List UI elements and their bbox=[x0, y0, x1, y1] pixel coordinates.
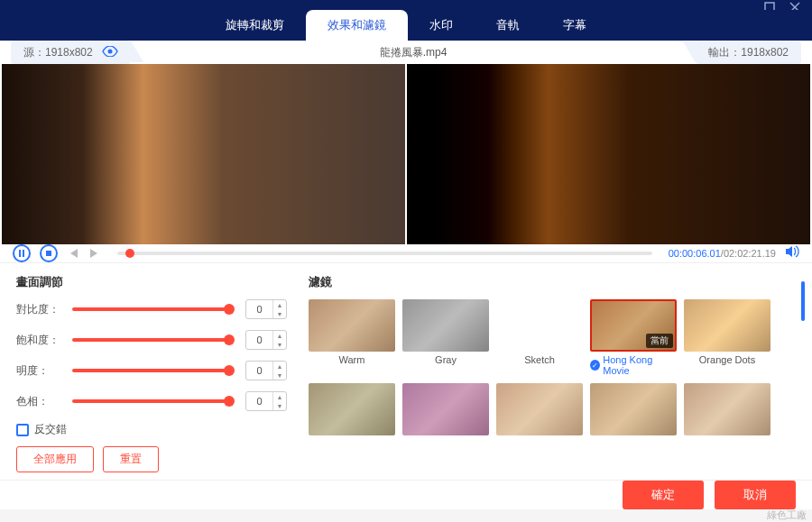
tab-2[interactable]: 水印 bbox=[408, 10, 475, 41]
filter-item-1[interactable]: Gray bbox=[402, 299, 489, 376]
preview-row bbox=[0, 64, 812, 244]
spin-down-icon[interactable]: ▼ bbox=[273, 371, 286, 380]
adjust-slider[interactable] bbox=[72, 399, 229, 403]
tab-bar: 旋轉和裁剪效果和濾鏡水印音軌字幕 bbox=[0, 10, 812, 41]
spin-up-icon[interactable]: ▲ bbox=[273, 362, 286, 371]
filter-thumb bbox=[590, 383, 677, 435]
adjust-row-1: 飽和度：0▲▼ bbox=[16, 330, 287, 350]
filter-item-4[interactable]: Orange Dots bbox=[684, 299, 770, 376]
filters-title: 濾鏡 bbox=[309, 274, 796, 290]
slider-thumb[interactable] bbox=[224, 304, 235, 315]
playback-controls: 00:00:06.01/02:02:21.19 bbox=[0, 244, 812, 263]
adjust-panel: 畫面調節 對比度：0▲▼飽和度：0▲▼明度：0▲▼色相：0▲▼ 反交錯 全部應用… bbox=[16, 274, 287, 472]
svg-point-3 bbox=[107, 50, 112, 54]
svg-rect-5 bbox=[23, 250, 24, 257]
adjust-row-2: 明度：0▲▼ bbox=[16, 361, 287, 380]
current-badge: 當前 bbox=[646, 334, 673, 348]
filter-label: Sketch bbox=[524, 354, 555, 365]
preview-toggle-icon[interactable] bbox=[102, 44, 118, 60]
adjust-slider[interactable] bbox=[72, 338, 229, 342]
info-bar: 源：1918x802 龍捲風暴.mp4 輸出：1918x802 bbox=[0, 41, 812, 64]
deinterlace-label: 反交錯 bbox=[34, 422, 67, 437]
adjust-value-input[interactable]: 0▲▼ bbox=[245, 330, 287, 350]
adjust-value-input[interactable]: 0▲▼ bbox=[245, 391, 287, 411]
spin-up-icon[interactable]: ▲ bbox=[273, 331, 286, 340]
filter-thumb bbox=[309, 383, 395, 435]
filter-item-2[interactable]: Sketch bbox=[496, 299, 583, 376]
time-display: 00:00:06.01/02:02:21.19 bbox=[669, 248, 776, 259]
filter-scrollbar[interactable] bbox=[801, 281, 805, 321]
tab-0[interactable]: 旋轉和裁剪 bbox=[204, 10, 306, 41]
filter-thumb: 當前 bbox=[590, 299, 677, 352]
ok-button[interactable]: 確定 bbox=[623, 481, 704, 509]
cancel-button[interactable]: 取消 bbox=[715, 481, 796, 509]
filter-item-5[interactable] bbox=[309, 383, 395, 438]
filter-thumb bbox=[496, 299, 583, 352]
footer: 確定 取消 bbox=[0, 480, 812, 509]
timeline-thumb[interactable] bbox=[125, 249, 134, 258]
preview-original bbox=[2, 64, 405, 244]
spin-up-icon[interactable]: ▲ bbox=[273, 300, 286, 309]
reset-button[interactable]: 重置 bbox=[103, 446, 159, 472]
apply-all-button[interactable]: 全部應用 bbox=[16, 446, 94, 472]
filter-thumb bbox=[684, 383, 770, 435]
adjust-value-input[interactable]: 0▲▼ bbox=[245, 361, 287, 380]
next-frame-button[interactable] bbox=[88, 248, 101, 259]
preview-filtered bbox=[407, 64, 810, 244]
filter-thumb bbox=[402, 383, 489, 435]
filter-thumb bbox=[402, 299, 489, 352]
output-resolution: 輸出：1918x802 bbox=[696, 41, 801, 64]
spin-down-icon[interactable]: ▼ bbox=[273, 309, 286, 318]
source-resolution: 源：1918x802 bbox=[11, 41, 131, 64]
deinterlace-checkbox[interactable] bbox=[16, 424, 29, 436]
svg-rect-6 bbox=[46, 251, 51, 256]
adjust-title: 畫面調節 bbox=[16, 274, 287, 290]
slider-thumb[interactable] bbox=[224, 334, 235, 345]
slider-thumb[interactable] bbox=[224, 396, 235, 407]
prev-frame-button[interactable] bbox=[67, 248, 79, 259]
filter-label: Warm bbox=[339, 354, 365, 365]
filter-label: Orange Dots bbox=[699, 354, 755, 365]
filter-thumb bbox=[684, 299, 770, 352]
check-icon: ✓ bbox=[590, 360, 600, 371]
adjust-row-3: 色相：0▲▼ bbox=[16, 391, 287, 411]
adjust-row-0: 對比度：0▲▼ bbox=[16, 299, 287, 319]
spin-up-icon[interactable]: ▲ bbox=[273, 392, 286, 401]
filter-item-7[interactable] bbox=[496, 383, 583, 438]
filter-item-9[interactable] bbox=[684, 383, 770, 438]
adjust-label: 色相： bbox=[16, 394, 65, 409]
adjust-value-input[interactable]: 0▲▼ bbox=[245, 299, 287, 319]
tab-3[interactable]: 音軌 bbox=[475, 10, 541, 41]
svg-rect-4 bbox=[19, 250, 21, 257]
filter-item-8[interactable] bbox=[590, 383, 677, 438]
adjust-label: 飽和度： bbox=[16, 333, 65, 348]
filter-item-6[interactable] bbox=[402, 383, 489, 438]
watermark-text: 綠色工廠 bbox=[767, 508, 807, 522]
tab-1[interactable]: 效果和濾鏡 bbox=[306, 10, 408, 41]
filter-thumb bbox=[309, 299, 395, 352]
filter-thumb bbox=[496, 383, 583, 435]
filter-label: Gray bbox=[435, 354, 457, 365]
filter-item-3[interactable]: 當前✓Hong Kong Movie bbox=[590, 299, 677, 376]
filters-panel: 濾鏡 WarmGraySketch當前✓Hong Kong MovieOrang… bbox=[309, 274, 796, 472]
spin-down-icon[interactable]: ▼ bbox=[273, 401, 286, 410]
stop-button[interactable] bbox=[40, 244, 58, 262]
adjust-label: 明度： bbox=[16, 363, 65, 379]
timeline-slider[interactable] bbox=[117, 252, 652, 255]
pause-button[interactable] bbox=[13, 244, 31, 262]
filter-item-0[interactable]: Warm bbox=[309, 299, 395, 376]
volume-icon[interactable] bbox=[785, 245, 799, 261]
filename-label: 龍捲風暴.mp4 bbox=[131, 45, 697, 60]
adjust-label: 對比度： bbox=[16, 302, 65, 317]
adjust-slider[interactable] bbox=[72, 307, 229, 311]
tab-4[interactable]: 字幕 bbox=[541, 10, 608, 41]
adjust-slider[interactable] bbox=[72, 369, 229, 372]
spin-down-icon[interactable]: ▼ bbox=[273, 340, 286, 349]
filter-label: ✓Hong Kong Movie bbox=[590, 354, 677, 376]
slider-thumb[interactable] bbox=[224, 365, 235, 376]
